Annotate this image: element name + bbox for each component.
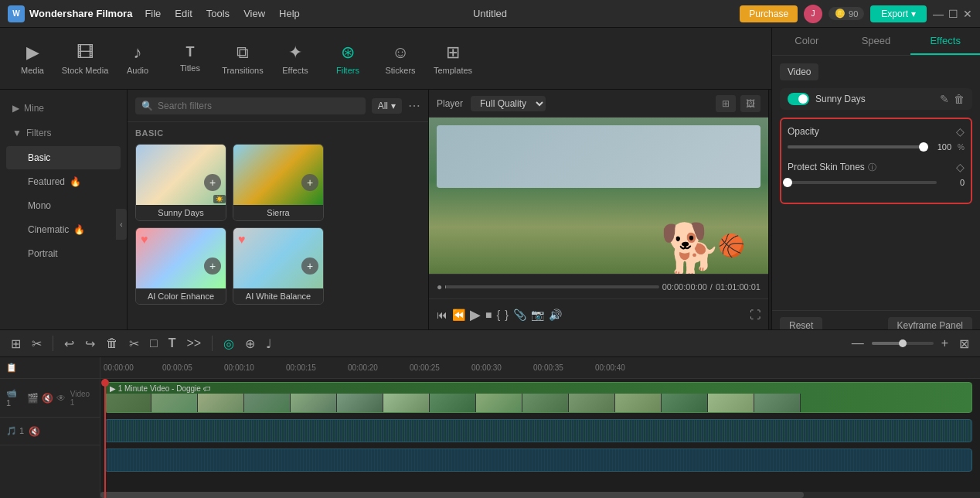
quality-select[interactable]: Full Quality (471, 96, 546, 111)
scene-icon[interactable]: 🎬 (27, 393, 39, 404)
filter-label-ai-white: AI White Balance (233, 288, 323, 304)
tool-filters[interactable]: ⊛ Filters (323, 32, 373, 86)
opacity-label: Opacity (788, 126, 819, 137)
tool-audio[interactable]: ♪ Audio (113, 32, 162, 86)
magnet-button[interactable]: ✂ (29, 335, 45, 353)
track-content-area: ▶ 1 Minute Video - Doggie 🏷 (100, 379, 980, 498)
clip-button[interactable]: 📎 (513, 309, 526, 321)
skin-tones-label: Protect Skin Tones (788, 162, 865, 172)
frame-back-button[interactable]: ⏪ (452, 309, 465, 321)
info-icon[interactable]: ⓘ (868, 162, 876, 173)
fullscreen-button[interactable]: ⛶ (750, 309, 761, 321)
filter-card-sunny-days[interactable]: ☀️ Sunny Days + (135, 144, 226, 221)
zoom-out-button[interactable]: — (849, 335, 867, 352)
export-button[interactable]: Export ▾ (870, 5, 927, 22)
play-button[interactable]: ▶ (470, 306, 481, 323)
filter-card-ai-color[interactable]: ♥ AI Color Enhance + (135, 227, 226, 305)
auto-color-button[interactable]: ◎ (220, 335, 237, 353)
filter-toggle[interactable] (788, 93, 809, 105)
opacity-thumb[interactable] (919, 142, 928, 152)
all-dropdown[interactable]: All ▾ (372, 98, 402, 114)
timeline-scrollbar[interactable] (100, 492, 980, 498)
more-options-button[interactable]: ⋯ (408, 98, 420, 113)
close-button[interactable]: ✕ (963, 8, 972, 20)
search-input[interactable] (158, 101, 359, 111)
audio-mute-icon[interactable]: 🔇 (29, 426, 40, 437)
thumb-8 (430, 394, 476, 413)
edit-filter-icon[interactable]: ✎ (940, 93, 949, 105)
sidebar-item-portrait[interactable]: Portrait (6, 242, 121, 265)
heart-icon-ai-color: ♥ (141, 233, 148, 247)
scrollbar-thumb[interactable] (100, 492, 804, 498)
sidebar-item-featured[interactable]: Featured 🔥 (6, 170, 121, 193)
split-button[interactable]: ✂ (126, 335, 142, 353)
menu-view[interactable]: View (243, 8, 265, 19)
tool-templates[interactable]: ⊞ Templates (428, 32, 478, 86)
tab-color[interactable]: Color (772, 28, 842, 55)
menu-edit[interactable]: Edit (175, 8, 192, 19)
skip-back-button[interactable]: ⏮ (437, 309, 447, 321)
menu-bar: File Edit Tools View Help (145, 8, 299, 19)
menu-file[interactable]: File (145, 8, 161, 19)
undo-button[interactable]: ↩ (61, 335, 77, 353)
menu-tools[interactable]: Tools (206, 8, 230, 19)
tool-media[interactable]: ▶ Media (8, 32, 57, 86)
add-filter-ai-color-button[interactable]: + (204, 258, 221, 275)
audio-button[interactable]: ♩ (263, 335, 275, 353)
snapshot-button[interactable]: 📷 (531, 309, 544, 321)
sidebar-item-cinematic[interactable]: Cinematic 🔥 (6, 218, 121, 241)
add-filter-sunny-button[interactable]: + (204, 174, 221, 191)
filter-card-ai-white[interactable]: ♥ AI White Balance + (233, 227, 324, 305)
playback-progress-bar[interactable] (445, 285, 658, 288)
zoom-thumb[interactable] (899, 339, 907, 347)
motion-button[interactable]: ⊕ (242, 335, 258, 353)
fit-button[interactable]: ⊠ (956, 335, 972, 353)
redo-button[interactable]: ↪ (82, 335, 98, 353)
tool-transitions[interactable]: ⧉ Transitions (218, 32, 267, 86)
skin-tones-reset-icon[interactable]: ◇ (956, 161, 965, 173)
maximize-button[interactable]: ☐ (948, 8, 958, 20)
sidebar-filters[interactable]: ▼ Filters (0, 121, 127, 145)
tool-effects[interactable]: ✦ Effects (271, 32, 320, 86)
more-tools-button[interactable]: >> (183, 335, 204, 352)
fire-icon-featured: 🔥 (70, 176, 81, 187)
text-button[interactable]: T (165, 335, 179, 352)
delete-filter-icon[interactable]: 🗑 (954, 93, 965, 105)
tool-stock[interactable]: 🎞 Stock Media (60, 32, 110, 86)
skin-tones-slider[interactable] (788, 181, 937, 184)
mark-in-button[interactable]: { (496, 309, 500, 321)
add-filter-ai-white-button[interactable]: + (301, 258, 318, 275)
opacity-slider[interactable] (788, 145, 924, 148)
sidebar-collapse-button[interactable]: ‹ (116, 209, 127, 240)
delete-button[interactable]: 🗑 (103, 335, 121, 352)
playhead[interactable] (104, 379, 106, 498)
tool-titles[interactable]: T Titles (165, 32, 215, 86)
audio-waveform-track[interactable] (104, 419, 972, 442)
minimize-button[interactable]: — (933, 8, 944, 20)
zoom-slider[interactable] (872, 342, 934, 345)
tool-stickers[interactable]: ☺ Stickers (376, 32, 425, 86)
zoom-in-button[interactable]: + (938, 335, 951, 352)
add-filter-sierra-button[interactable]: + (301, 174, 318, 191)
sidebar-item-basic[interactable]: Basic (6, 146, 121, 169)
opacity-reset-icon[interactable]: ◇ (956, 125, 965, 138)
skin-tones-thumb[interactable] (783, 178, 792, 187)
stop-button[interactable]: ■ (485, 309, 492, 321)
filter-card-sierra[interactable]: Sierra + (233, 144, 324, 221)
grid-view-button[interactable]: ⊞ (716, 95, 736, 112)
menu-help[interactable]: Help (279, 8, 300, 19)
sidebar-item-mono[interactable]: Mono (6, 194, 121, 217)
scene-detect-button[interactable]: ⊞ (8, 335, 24, 353)
mute-icon[interactable]: 🔇 (42, 393, 53, 404)
purchase-button[interactable]: Purchase (740, 5, 798, 22)
eye-icon[interactable]: 👁 (56, 393, 66, 404)
crop-button[interactable]: □ (147, 335, 161, 352)
photo-view-button[interactable]: 🖼 (740, 95, 761, 112)
tab-effects[interactable]: Effects (910, 28, 980, 55)
volume-button[interactable]: 🔊 (549, 309, 562, 321)
mark-out-button[interactable]: } (505, 309, 509, 321)
tab-speed[interactable]: Speed (842, 28, 911, 55)
video-track[interactable]: ▶ 1 Minute Video - Doggie 🏷 (104, 382, 972, 413)
audio-track-2[interactable] (104, 449, 972, 472)
sidebar-mine[interactable]: ▶ Mine (0, 96, 127, 121)
